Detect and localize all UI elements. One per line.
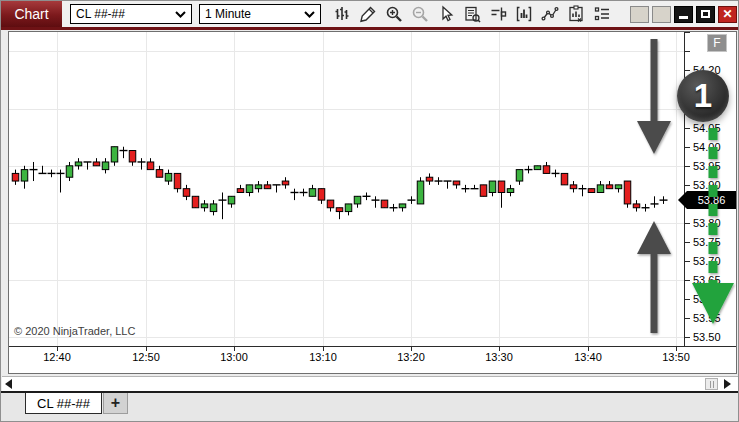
copyright-text: © 2020 NinjaTrader, LLC [14,325,135,337]
tab-instrument[interactable]: CL ##-## [25,393,102,414]
time-axis-label: 13:10 [303,351,343,363]
time-axis-label: 12:40 [37,351,77,363]
minimize-icon [679,16,688,19]
titlebar-divider [1,27,739,30]
instrument-dropdown[interactable]: CL ##-## [70,4,192,24]
price-axis-label: 53.75 [693,236,721,248]
horizontal-scrollbar[interactable] [2,376,739,392]
zoom-in-icon[interactable] [383,4,404,25]
chevron-down-icon [304,7,315,21]
chart-properties-icon[interactable] [565,4,586,25]
price-axis-label: 53.95 [693,160,721,172]
zoom-out-icon[interactable] [409,4,430,25]
interval-dropdown-value: 1 Minute [205,7,304,21]
price-axis-label: 54.05 [693,122,721,134]
scroll-left-icon[interactable] [5,379,12,389]
focus-button[interactable]: F [707,34,727,52]
time-axis-label: 13:20 [391,351,431,363]
time-axis-label: 13:40 [568,351,608,363]
close-button[interactable]: ✕ [718,6,737,23]
interval-dropdown[interactable]: 1 Minute [199,4,321,24]
line-chart-icon[interactable] [539,4,560,25]
time-axis-label: 13:00 [214,351,254,363]
inactive-window-button[interactable] [630,6,649,23]
chart-toolbar [331,4,612,25]
window-title: Chart [1,1,62,27]
tab-bar: CL ##-## + [1,393,739,422]
chart-trader-icon[interactable] [487,4,508,25]
price-axis-label: 53.65 [693,274,721,286]
restore-icon [701,10,710,18]
price-axis-label: 53.90 [693,179,721,191]
chart-style-icon[interactable] [331,4,352,25]
minimize-button[interactable] [674,6,693,23]
inactive-window-button[interactable] [652,6,671,23]
chart-canvas[interactable] [8,31,737,374]
price-axis-label: 54.00 [693,141,721,153]
price-axis-label: 53.80 [693,217,721,229]
price-axis-label: 53.70 [693,255,721,267]
scroll-right-icon [724,379,731,389]
instrument-dropdown-value: CL ##-## [76,7,175,21]
last-price-marker: 53.86 [687,191,736,209]
add-tab-button[interactable]: + [103,393,128,414]
drawing-tools-icon[interactable] [357,4,378,25]
cursor-icon[interactable] [435,4,456,25]
window-controls: ✕ [630,6,737,23]
chevron-down-icon [175,7,186,21]
price-axis-label: 53.60 [693,293,721,305]
step-number-badge: 1 [677,70,729,122]
title-bar[interactable]: Chart CL ##-## 1 Minute [1,1,739,27]
restore-button[interactable] [696,6,715,23]
close-icon: ✕ [722,8,732,20]
time-axis-label: 13:50 [656,351,696,363]
indicators-icon[interactable] [513,4,534,25]
data-box-icon[interactable] [461,4,482,25]
time-axis-label: 12:50 [126,351,166,363]
scrollbar-handle[interactable] [705,378,718,390]
scroll-right-button[interactable] [721,378,734,390]
list-view-icon[interactable] [591,4,612,25]
time-axis-label: 13:30 [479,351,519,363]
price-axis-label: 53.50 [693,331,721,343]
chart-window: Chart CL ##-## 1 Minute [0,0,739,422]
price-axis-label: 53.55 [693,312,721,324]
